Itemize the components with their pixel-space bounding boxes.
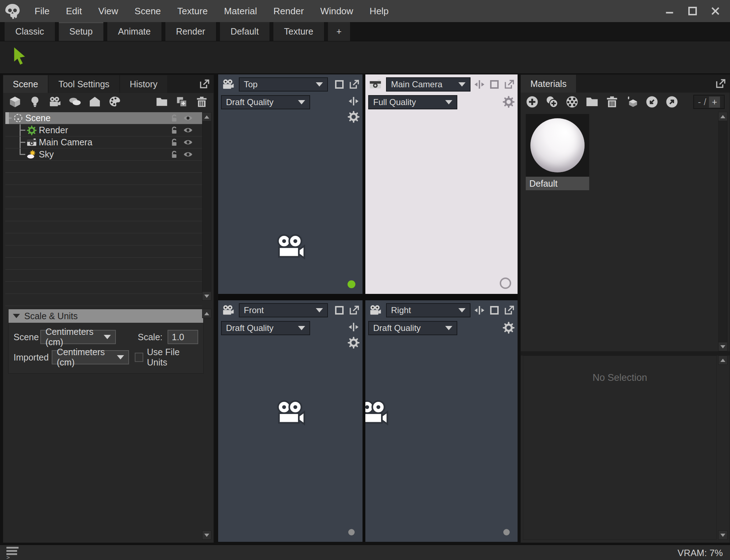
viewport-quality-select[interactable]: Draft Quality (368, 321, 457, 335)
counter-plus[interactable]: + (709, 97, 720, 108)
tree-row-sky[interactable]: Sky (5, 149, 202, 161)
add-object-cube-icon[interactable] (9, 96, 21, 108)
add-material-icon[interactable] (526, 95, 539, 108)
maximize-viewport-icon[interactable] (334, 79, 345, 90)
material-props-scroll-down-button[interactable] (718, 530, 728, 540)
viewport-settings-gear-icon[interactable] (503, 322, 515, 334)
lock-icon[interactable] (170, 114, 179, 123)
popout-viewport-icon[interactable] (349, 305, 360, 316)
viewport-quality-select[interactable]: Full Quality (368, 95, 457, 109)
import-material-icon[interactable] (646, 95, 658, 108)
material-palette-icon[interactable] (109, 96, 121, 108)
viewport-view-select[interactable]: Main Camera (386, 77, 471, 92)
popout-viewport-icon[interactable] (349, 79, 360, 90)
viewport-right[interactable]: Right Draft Quality (365, 300, 518, 542)
scene-camera-object[interactable] (365, 399, 390, 426)
tab-scene[interactable]: Scene (3, 75, 48, 93)
properties-scroll-down-button[interactable] (202, 530, 211, 540)
maximize-viewport-icon[interactable] (489, 79, 500, 90)
split-viewport-icon[interactable] (474, 79, 485, 90)
add-camera-icon[interactable] (49, 96, 61, 108)
menu-scene[interactable]: Scene (127, 6, 169, 17)
group-folder-icon[interactable] (156, 96, 168, 108)
materials-scroll-down-button[interactable] (718, 342, 728, 351)
select-cursor-tool-icon[interactable] (11, 46, 29, 67)
scene-unit-select[interactable]: Centimeters (cm) (40, 330, 115, 344)
eye-visibility-icon[interactable] (183, 138, 193, 147)
maximize-viewport-icon[interactable] (489, 305, 500, 316)
collapse-triangle-icon[interactable] (13, 314, 20, 318)
menu-file[interactable]: File (26, 6, 58, 17)
popout-panel-icon[interactable] (715, 78, 726, 89)
menu-material[interactable]: Material (216, 6, 265, 17)
menu-edit[interactable]: Edit (58, 6, 90, 17)
menu-window[interactable]: Window (312, 6, 361, 17)
tree-row-main-camera[interactable]: Main Camera (5, 136, 202, 149)
workspace-tab-render[interactable]: Render (165, 22, 216, 41)
tree-scrollbar[interactable] (202, 112, 211, 301)
use-file-units-checkbox[interactable] (135, 353, 143, 362)
workspace-tab-classic[interactable]: Classic (5, 22, 55, 41)
lock-icon[interactable] (170, 126, 179, 135)
split-viewport-icon[interactable] (348, 96, 359, 107)
checker-material-icon[interactable] (566, 95, 579, 108)
menu-render[interactable]: Render (265, 6, 312, 17)
workspace-tab-setup[interactable]: Setup (59, 22, 103, 41)
workspace-tab-default[interactable]: Default (220, 22, 269, 41)
scene-camera-object[interactable] (274, 399, 307, 426)
material-swatch-default[interactable]: Default (526, 114, 589, 190)
viewport-view-select[interactable]: Top (239, 77, 328, 92)
tab-history[interactable]: History (120, 75, 167, 93)
viewport-main-camera[interactable]: Main Camera Full Quality (365, 74, 518, 294)
tab-tool-settings[interactable]: Tool Settings (49, 75, 119, 93)
add-house-object-icon[interactable] (89, 96, 101, 108)
viewport-settings-gear-icon[interactable] (348, 337, 360, 349)
eye-visibility-icon[interactable] (183, 150, 193, 159)
imported-unit-select[interactable]: Centimeters (cm) (52, 350, 129, 364)
split-viewport-icon[interactable] (474, 305, 485, 316)
tree-scroll-down-button[interactable] (202, 291, 211, 301)
properties-scroll-up-button[interactable] (202, 309, 211, 318)
viewport-quality-select[interactable]: Draft Quality (221, 321, 310, 335)
delete-material-trash-icon[interactable] (606, 95, 618, 108)
menu-help[interactable]: Help (361, 6, 397, 17)
duplicate-icon[interactable] (176, 96, 188, 108)
material-props-scroll-up-button[interactable] (718, 356, 728, 365)
material-folder-icon[interactable] (586, 95, 598, 108)
tree-row-render[interactable]: Render (5, 124, 202, 136)
material-index-counter[interactable]: - / + (693, 95, 725, 109)
viewport-front[interactable]: Front Draft Quality (218, 300, 363, 542)
viewport-quality-select[interactable]: Draft Quality (221, 95, 310, 109)
counter-minus[interactable]: - (698, 97, 701, 107)
tab-materials[interactable]: Materials (521, 75, 576, 93)
add-light-bulb-icon[interactable] (29, 96, 41, 108)
panel-divider[interactable] (521, 351, 730, 356)
menu-texture[interactable]: Texture (169, 6, 216, 17)
maximize-window-icon[interactable] (687, 6, 698, 16)
close-window-icon[interactable] (710, 6, 721, 16)
materials-scroll-up-button[interactable] (718, 112, 728, 121)
viewport-settings-gear-icon[interactable] (348, 111, 360, 123)
tree-scroll-up-button[interactable] (202, 112, 211, 121)
lock-icon[interactable] (170, 138, 179, 147)
scale-input[interactable] (168, 330, 198, 344)
popout-viewport-icon[interactable] (504, 305, 515, 316)
console-menu-button[interactable]: >_ (6, 547, 19, 559)
tree-row-scene[interactable]: Scene (5, 112, 202, 124)
minimize-window-icon[interactable] (664, 6, 675, 16)
menu-view[interactable]: View (90, 6, 127, 17)
duplicate-material-icon[interactable] (546, 95, 559, 108)
workspace-tab-texture[interactable]: Texture (273, 22, 324, 41)
eye-visibility-icon[interactable] (183, 125, 193, 135)
viewport-view-select[interactable]: Front (239, 303, 328, 317)
assign-material-cube-icon[interactable] (626, 95, 638, 108)
materials-scrollbar[interactable] (718, 112, 728, 351)
split-viewport-icon[interactable] (348, 322, 359, 332)
lock-icon[interactable] (170, 150, 179, 159)
delete-trash-icon[interactable] (196, 96, 208, 108)
tree-collapse-stub[interactable] (5, 118, 12, 119)
popout-panel-icon[interactable] (199, 79, 210, 89)
workspace-tab-add-button[interactable]: + (328, 22, 350, 41)
popout-viewport-icon[interactable] (504, 79, 515, 90)
workspace-tab-animate[interactable]: Animate (107, 22, 161, 41)
